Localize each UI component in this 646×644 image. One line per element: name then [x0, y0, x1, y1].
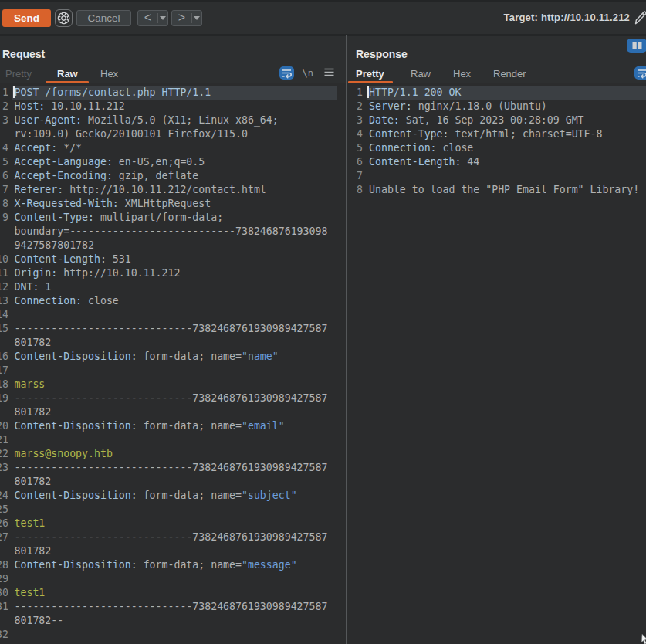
code-text: 801782 — [15, 544, 52, 558]
code-segment: 1 — [39, 281, 51, 293]
code-text: Unable to load the "PHP Email Form" Libr… — [369, 183, 639, 197]
line-number: 12 — [0, 280, 8, 294]
code-segment: close — [82, 295, 119, 307]
code-row: 22marss@snoopy.htb — [0, 447, 346, 461]
line-number: 25 — [0, 503, 8, 517]
code-segment: Content-Disposition: — [15, 559, 137, 571]
code-row: boundary=---------------------------7382… — [0, 225, 346, 239]
code-row: 5Connection: close — [347, 141, 646, 155]
gear-icon — [56, 11, 71, 25]
code-text: Content-Length: 531 — [15, 253, 131, 266]
line-number: 14 — [0, 308, 8, 322]
code-row: 2Host: 10.10.11.212 — [0, 100, 346, 114]
line-number: 20 — [0, 419, 8, 433]
response-tab-pretty[interactable]: Pretty — [356, 68, 384, 80]
response-editor[interactable]: 1HTTP/1.1 200 OK2Server: nginx/1.18.0 (U… — [347, 83, 646, 644]
code-segment: Content-Length: — [369, 156, 461, 168]
code-row: 9Content-Type: multipart/form-data; — [0, 211, 346, 225]
code-row: 11Origin: http://10.10.11.212 — [0, 266, 346, 280]
code-row: 26test1 — [0, 517, 346, 530]
newline-glyph-icon[interactable]: \n — [303, 68, 313, 79]
code-row: 25 — [0, 503, 346, 517]
line-number: 8 — [0, 197, 8, 211]
code-row: 31-----------------------------738246876… — [0, 600, 346, 614]
pencil-icon[interactable] — [634, 10, 646, 25]
line-number: 16 — [0, 350, 8, 364]
code-segment: -----------------------------73824687619… — [15, 601, 328, 612]
request-tab-pretty[interactable]: Pretty — [5, 68, 32, 80]
request-tab-hex[interactable]: Hex — [100, 68, 118, 80]
response-tab-raw[interactable]: Raw — [411, 68, 431, 80]
code-row: 801782 — [0, 405, 346, 419]
code-text: POST /forms/contact.php HTTP/1.1 — [15, 86, 211, 100]
code-segment: en-US,en;q=0.5 — [113, 156, 205, 168]
line-number: 1 — [0, 86, 8, 100]
response-tab-render[interactable]: Render — [493, 68, 526, 80]
code-segment: marss@snoopy.htb — [15, 448, 113, 459]
request-tab-raw[interactable]: Raw — [57, 68, 78, 80]
code-segment: Content-Disposition: — [15, 420, 137, 432]
code-text: Content-Type: multipart/form-data; — [15, 211, 224, 225]
code-row: rv:109.0) Gecko/20100101 Firefox/115.0 — [0, 127, 346, 141]
code-segment: Accept-Encoding: — [15, 170, 113, 181]
code-segment: POST /forms/contact.php HTTP/1.1 — [15, 86, 211, 98]
line-number: 17 — [0, 364, 8, 378]
next-request-dropdown[interactable] — [192, 16, 201, 20]
response-code: 1HTTP/1.1 200 OK2Server: nginx/1.18.0 (U… — [347, 86, 646, 197]
code-row: 16Content-Disposition: form-data; name="… — [0, 350, 346, 364]
response-tab-hex[interactable]: Hex — [453, 68, 471, 80]
line-number: 21 — [0, 433, 8, 447]
menu-icon[interactable] — [324, 68, 334, 77]
code-row: 27-----------------------------738246876… — [0, 530, 346, 544]
code-row: 6Content-Length: 44 — [347, 155, 646, 169]
code-row: 4Content-Type: text/html; charset=UTF-8 — [347, 127, 646, 141]
request-code: 1POST /forms/contact.php HTTP/1.12Host: … — [0, 86, 346, 642]
cancel-button[interactable]: Cancel — [76, 10, 131, 26]
code-segment: Content-Type: — [369, 128, 448, 140]
code-segment: test1 — [15, 587, 46, 598]
code-segment: "email" — [242, 420, 285, 432]
code-row: 15-----------------------------738246876… — [0, 322, 346, 336]
line-number: 2 — [0, 100, 8, 114]
code-segment: form-data; name= — [137, 559, 242, 571]
code-row: 29 — [0, 572, 346, 586]
line-number: 9 — [0, 211, 8, 225]
code-text: Connection: close — [15, 294, 119, 308]
line-number: 1 — [347, 86, 363, 100]
send-button[interactable]: Send — [2, 9, 51, 27]
code-segment: DNT: — [15, 281, 39, 293]
word-wrap-icon[interactable] — [634, 66, 646, 80]
code-text: Content-Length: 44 — [369, 155, 479, 169]
code-segment: Host: — [15, 100, 46, 112]
code-text: 801782 — [15, 405, 52, 419]
code-row: 801782 — [0, 336, 346, 350]
line-number: 23 — [0, 461, 8, 475]
previous-request-dropdown[interactable] — [158, 16, 167, 20]
code-text: -----------------------------73824687619… — [15, 461, 328, 475]
code-text: 801782 — [15, 336, 52, 350]
chevron-right-icon: > — [172, 11, 191, 26]
code-segment: -----------------------------73824687619… — [15, 462, 328, 473]
request-editor[interactable]: 1POST /forms/contact.php HTTP/1.12Host: … — [0, 83, 346, 644]
code-row: 7 — [347, 169, 646, 183]
word-wrap-icon[interactable] — [279, 66, 294, 80]
code-text: HTTP/1.1 200 OK — [369, 86, 461, 100]
columns-layout-icon[interactable] — [627, 39, 646, 53]
code-row: 10Content-Length: 531 — [0, 253, 346, 266]
code-segment: -----------------------------73824687619… — [15, 323, 328, 334]
code-text: Accept-Encoding: gzip, deflate — [15, 169, 199, 183]
settings-button[interactable] — [55, 9, 73, 27]
line-number: 5 — [347, 141, 363, 155]
line-number: 26 — [0, 517, 8, 530]
next-request-button[interactable]: > — [171, 10, 202, 26]
line-number: 11 — [0, 266, 8, 280]
code-segment: Unable to load the "PHP Email Form" Libr… — [369, 184, 639, 195]
chevron-left-icon: < — [138, 11, 157, 26]
code-text: Accept: */* — [15, 141, 83, 155]
line-number: 24 — [0, 489, 8, 503]
code-segment: http://10.10.11.212/contact.html — [63, 184, 266, 195]
code-segment: Date: — [369, 114, 400, 126]
previous-request-button[interactable]: < — [137, 10, 168, 26]
code-text: Content-Disposition: form-data; name="em… — [15, 419, 285, 433]
code-row: 19-----------------------------738246876… — [0, 391, 346, 405]
